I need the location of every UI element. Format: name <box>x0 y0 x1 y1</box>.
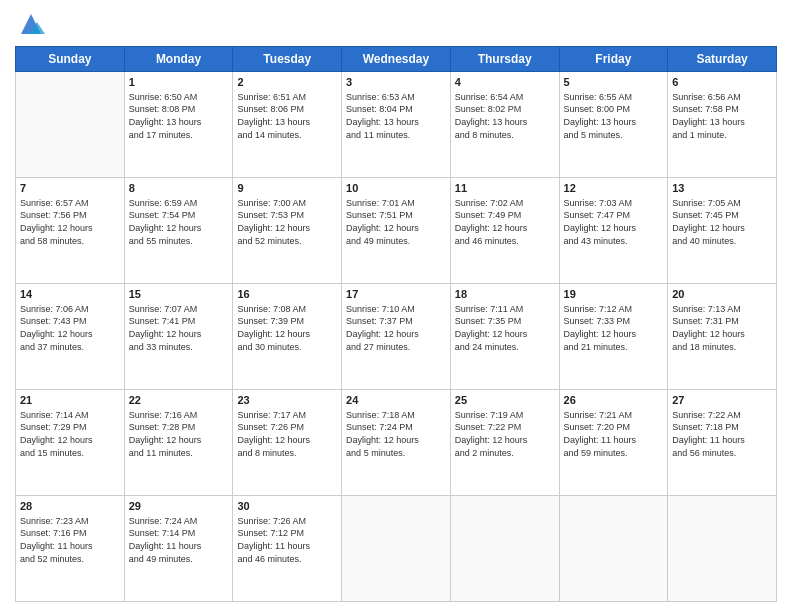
day-info: Sunrise: 7:19 AM Sunset: 7:22 PM Dayligh… <box>455 409 555 459</box>
day-info: Sunrise: 7:22 AM Sunset: 7:18 PM Dayligh… <box>672 409 772 459</box>
day-info: Sunrise: 6:50 AM Sunset: 8:08 PM Dayligh… <box>129 91 229 141</box>
calendar-week-3: 21Sunrise: 7:14 AM Sunset: 7:29 PM Dayli… <box>16 390 777 496</box>
day-number: 17 <box>346 287 446 302</box>
calendar-cell <box>450 496 559 602</box>
calendar-cell: 25Sunrise: 7:19 AM Sunset: 7:22 PM Dayli… <box>450 390 559 496</box>
calendar-cell: 18Sunrise: 7:11 AM Sunset: 7:35 PM Dayli… <box>450 284 559 390</box>
day-number: 9 <box>237 181 337 196</box>
day-number: 11 <box>455 181 555 196</box>
day-number: 20 <box>672 287 772 302</box>
logo-icon <box>17 10 45 38</box>
calendar-cell: 15Sunrise: 7:07 AM Sunset: 7:41 PM Dayli… <box>124 284 233 390</box>
day-header-friday: Friday <box>559 47 668 72</box>
day-number: 16 <box>237 287 337 302</box>
calendar-cell: 14Sunrise: 7:06 AM Sunset: 7:43 PM Dayli… <box>16 284 125 390</box>
day-number: 10 <box>346 181 446 196</box>
day-header-thursday: Thursday <box>450 47 559 72</box>
calendar-cell: 11Sunrise: 7:02 AM Sunset: 7:49 PM Dayli… <box>450 178 559 284</box>
calendar-cell: 20Sunrise: 7:13 AM Sunset: 7:31 PM Dayli… <box>668 284 777 390</box>
day-info: Sunrise: 6:55 AM Sunset: 8:00 PM Dayligh… <box>564 91 664 141</box>
day-info: Sunrise: 7:05 AM Sunset: 7:45 PM Dayligh… <box>672 197 772 247</box>
day-info: Sunrise: 7:00 AM Sunset: 7:53 PM Dayligh… <box>237 197 337 247</box>
calendar-cell: 30Sunrise: 7:26 AM Sunset: 7:12 PM Dayli… <box>233 496 342 602</box>
day-info: Sunrise: 7:18 AM Sunset: 7:24 PM Dayligh… <box>346 409 446 459</box>
calendar-cell: 8Sunrise: 6:59 AM Sunset: 7:54 PM Daylig… <box>124 178 233 284</box>
calendar-cell: 23Sunrise: 7:17 AM Sunset: 7:26 PM Dayli… <box>233 390 342 496</box>
day-info: Sunrise: 7:23 AM Sunset: 7:16 PM Dayligh… <box>20 515 120 565</box>
header <box>15 10 777 38</box>
calendar-cell: 6Sunrise: 6:56 AM Sunset: 7:58 PM Daylig… <box>668 72 777 178</box>
logo <box>15 10 45 38</box>
day-info: Sunrise: 7:06 AM Sunset: 7:43 PM Dayligh… <box>20 303 120 353</box>
day-info: Sunrise: 7:21 AM Sunset: 7:20 PM Dayligh… <box>564 409 664 459</box>
calendar-cell: 26Sunrise: 7:21 AM Sunset: 7:20 PM Dayli… <box>559 390 668 496</box>
day-number: 14 <box>20 287 120 302</box>
calendar-cell: 1Sunrise: 6:50 AM Sunset: 8:08 PM Daylig… <box>124 72 233 178</box>
calendar-cell: 19Sunrise: 7:12 AM Sunset: 7:33 PM Dayli… <box>559 284 668 390</box>
calendar-cell: 9Sunrise: 7:00 AM Sunset: 7:53 PM Daylig… <box>233 178 342 284</box>
calendar-cell: 4Sunrise: 6:54 AM Sunset: 8:02 PM Daylig… <box>450 72 559 178</box>
day-number: 6 <box>672 75 772 90</box>
calendar-cell <box>16 72 125 178</box>
day-number: 12 <box>564 181 664 196</box>
day-info: Sunrise: 7:16 AM Sunset: 7:28 PM Dayligh… <box>129 409 229 459</box>
day-info: Sunrise: 7:07 AM Sunset: 7:41 PM Dayligh… <box>129 303 229 353</box>
day-number: 8 <box>129 181 229 196</box>
day-number: 1 <box>129 75 229 90</box>
day-number: 27 <box>672 393 772 408</box>
day-info: Sunrise: 6:51 AM Sunset: 8:06 PM Dayligh… <box>237 91 337 141</box>
day-header-tuesday: Tuesday <box>233 47 342 72</box>
calendar-table: SundayMondayTuesdayWednesdayThursdayFrid… <box>15 46 777 602</box>
day-number: 22 <box>129 393 229 408</box>
day-number: 13 <box>672 181 772 196</box>
day-number: 30 <box>237 499 337 514</box>
page: SundayMondayTuesdayWednesdayThursdayFrid… <box>0 0 792 612</box>
calendar-cell <box>342 496 451 602</box>
day-header-saturday: Saturday <box>668 47 777 72</box>
day-number: 25 <box>455 393 555 408</box>
calendar-week-2: 14Sunrise: 7:06 AM Sunset: 7:43 PM Dayli… <box>16 284 777 390</box>
day-info: Sunrise: 6:59 AM Sunset: 7:54 PM Dayligh… <box>129 197 229 247</box>
calendar-cell: 29Sunrise: 7:24 AM Sunset: 7:14 PM Dayli… <box>124 496 233 602</box>
day-info: Sunrise: 7:12 AM Sunset: 7:33 PM Dayligh… <box>564 303 664 353</box>
day-number: 21 <box>20 393 120 408</box>
day-number: 26 <box>564 393 664 408</box>
day-number: 7 <box>20 181 120 196</box>
calendar-cell <box>559 496 668 602</box>
calendar-cell: 28Sunrise: 7:23 AM Sunset: 7:16 PM Dayli… <box>16 496 125 602</box>
day-info: Sunrise: 7:13 AM Sunset: 7:31 PM Dayligh… <box>672 303 772 353</box>
day-info: Sunrise: 6:57 AM Sunset: 7:56 PM Dayligh… <box>20 197 120 247</box>
day-info: Sunrise: 7:17 AM Sunset: 7:26 PM Dayligh… <box>237 409 337 459</box>
calendar-cell: 17Sunrise: 7:10 AM Sunset: 7:37 PM Dayli… <box>342 284 451 390</box>
day-info: Sunrise: 7:08 AM Sunset: 7:39 PM Dayligh… <box>237 303 337 353</box>
calendar-cell: 27Sunrise: 7:22 AM Sunset: 7:18 PM Dayli… <box>668 390 777 496</box>
calendar-cell: 22Sunrise: 7:16 AM Sunset: 7:28 PM Dayli… <box>124 390 233 496</box>
calendar-week-1: 7Sunrise: 6:57 AM Sunset: 7:56 PM Daylig… <box>16 178 777 284</box>
calendar-cell: 5Sunrise: 6:55 AM Sunset: 8:00 PM Daylig… <box>559 72 668 178</box>
day-info: Sunrise: 6:53 AM Sunset: 8:04 PM Dayligh… <box>346 91 446 141</box>
calendar-header-row: SundayMondayTuesdayWednesdayThursdayFrid… <box>16 47 777 72</box>
calendar-cell <box>668 496 777 602</box>
day-number: 18 <box>455 287 555 302</box>
calendar-cell: 2Sunrise: 6:51 AM Sunset: 8:06 PM Daylig… <box>233 72 342 178</box>
calendar-cell: 12Sunrise: 7:03 AM Sunset: 7:47 PM Dayli… <box>559 178 668 284</box>
calendar-cell: 10Sunrise: 7:01 AM Sunset: 7:51 PM Dayli… <box>342 178 451 284</box>
day-info: Sunrise: 7:26 AM Sunset: 7:12 PM Dayligh… <box>237 515 337 565</box>
day-info: Sunrise: 6:56 AM Sunset: 7:58 PM Dayligh… <box>672 91 772 141</box>
day-number: 24 <box>346 393 446 408</box>
day-info: Sunrise: 7:14 AM Sunset: 7:29 PM Dayligh… <box>20 409 120 459</box>
day-number: 23 <box>237 393 337 408</box>
calendar-cell: 24Sunrise: 7:18 AM Sunset: 7:24 PM Dayli… <box>342 390 451 496</box>
calendar-cell: 3Sunrise: 6:53 AM Sunset: 8:04 PM Daylig… <box>342 72 451 178</box>
day-info: Sunrise: 7:02 AM Sunset: 7:49 PM Dayligh… <box>455 197 555 247</box>
day-number: 4 <box>455 75 555 90</box>
calendar-week-0: 1Sunrise: 6:50 AM Sunset: 8:08 PM Daylig… <box>16 72 777 178</box>
day-info: Sunrise: 6:54 AM Sunset: 8:02 PM Dayligh… <box>455 91 555 141</box>
day-number: 15 <box>129 287 229 302</box>
day-number: 29 <box>129 499 229 514</box>
day-number: 5 <box>564 75 664 90</box>
day-header-monday: Monday <box>124 47 233 72</box>
day-number: 3 <box>346 75 446 90</box>
day-info: Sunrise: 7:03 AM Sunset: 7:47 PM Dayligh… <box>564 197 664 247</box>
calendar-week-4: 28Sunrise: 7:23 AM Sunset: 7:16 PM Dayli… <box>16 496 777 602</box>
